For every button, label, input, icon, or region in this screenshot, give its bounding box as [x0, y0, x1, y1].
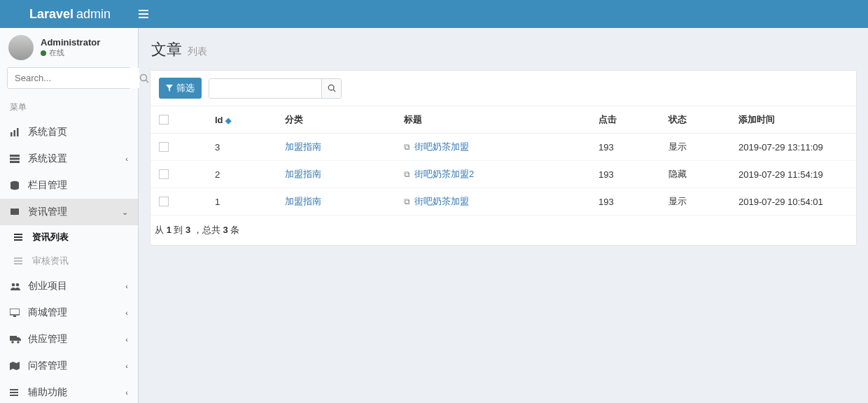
- sidebar-item-startup[interactable]: 创业项目 ‹: [0, 273, 138, 299]
- search-icon: [328, 84, 336, 92]
- cell-id: 3: [206, 134, 276, 161]
- svg-line-26: [333, 90, 335, 92]
- bars-icon: [139, 10, 167, 18]
- search-input[interactable]: [8, 68, 139, 88]
- cell-created: 2019-07-29 13:11:09: [730, 134, 856, 161]
- page-title: 文章 列表: [151, 39, 857, 60]
- sidebar-item-supply[interactable]: 供应管理 ‹: [0, 326, 138, 353]
- svg-point-21: [17, 341, 20, 344]
- menu-header: 菜单: [0, 96, 138, 119]
- sidebar: Administrator 在线 菜单 系统首页: [0, 28, 139, 403]
- logo[interactable]: Laravel admin: [0, 0, 139, 28]
- copy-icon[interactable]: ⧉: [404, 169, 410, 179]
- cell-hits: 193: [590, 161, 660, 188]
- chevron-left-icon: ‹: [125, 282, 128, 290]
- user-status: 在线: [41, 48, 100, 58]
- sidebar-item-settings[interactable]: 系统设置 ‹: [0, 146, 138, 172]
- table-search-button[interactable]: [321, 79, 341, 98]
- svg-rect-11: [14, 239, 22, 241]
- desktop-icon: [10, 309, 21, 317]
- sidebar-subitem-news-review[interactable]: 审核资讯: [0, 249, 138, 273]
- th-created: 添加时间: [730, 106, 856, 134]
- sidebar-item-columns[interactable]: 栏目管理: [0, 172, 138, 199]
- pagination-info: 从 1 到 3 ，总共 3 条: [150, 215, 856, 245]
- svg-rect-22: [10, 389, 18, 390]
- row-checkbox[interactable]: [159, 142, 169, 152]
- svg-rect-24: [10, 395, 18, 396]
- cell-status: 显示: [660, 188, 730, 215]
- svg-rect-12: [14, 257, 22, 259]
- svg-point-20: [11, 341, 14, 344]
- sort-icon: ◆: [225, 116, 231, 125]
- list-icon: [14, 234, 25, 241]
- online-dot-icon: [41, 50, 46, 56]
- database-icon: [10, 181, 21, 190]
- chart-bar-icon: [10, 128, 21, 136]
- th-category: 分类: [276, 106, 396, 134]
- table-box: 筛选 Id◆: [150, 70, 857, 246]
- sidebar-item-mall[interactable]: 商城管理 ‹: [0, 299, 138, 326]
- svg-rect-9: [14, 234, 22, 235]
- svg-rect-6: [10, 158, 20, 160]
- cell-created: 2019-07-29 11:54:19: [730, 161, 856, 188]
- row-checkbox[interactable]: [159, 169, 169, 179]
- svg-rect-18: [13, 316, 16, 317]
- cell-status: 隐藏: [660, 161, 730, 188]
- cell-title-link[interactable]: 街吧奶茶加盟: [414, 141, 469, 152]
- svg-point-25: [328, 85, 334, 90]
- th-status: 状态: [660, 106, 730, 134]
- svg-rect-10: [14, 236, 22, 238]
- sidebar-item-home[interactable]: 系统首页: [0, 119, 138, 146]
- sidebar-item-qa[interactable]: 问答管理 ‹: [0, 353, 138, 379]
- table-row: 3加盟指南⧉街吧奶茶加盟193显示2019-07-29 13:11:09: [150, 134, 856, 161]
- map-icon: [10, 362, 21, 370]
- chevron-left-icon: ‹: [125, 388, 128, 397]
- logo-light: admin: [76, 7, 111, 22]
- copy-icon[interactable]: ⧉: [404, 197, 410, 206]
- sidebar-item-aux[interactable]: 辅助功能 ‹: [0, 379, 138, 403]
- sidebar-item-news[interactable]: 资讯管理 ⌄: [0, 199, 138, 225]
- data-table: Id◆ 分类 标题 点击 状态 添加时间 3加盟指南⧉街吧奶茶加盟193显示20…: [150, 106, 856, 215]
- th-id[interactable]: Id◆: [206, 106, 276, 134]
- avatar[interactable]: [8, 35, 34, 60]
- cell-id: 1: [206, 188, 276, 215]
- svg-rect-17: [10, 309, 20, 315]
- svg-point-15: [12, 283, 15, 287]
- cell-category-link[interactable]: 加盟指南: [285, 141, 321, 152]
- svg-rect-7: [10, 161, 20, 163]
- sidebar-toggle[interactable]: [139, 10, 167, 18]
- cell-category-link[interactable]: 加盟指南: [285, 196, 321, 206]
- table-row: 2加盟指南⧉街吧奶茶加盟2193隐藏2019-07-29 11:54:19: [150, 161, 856, 188]
- svg-rect-19: [10, 336, 17, 341]
- toolbar: 筛选: [150, 71, 856, 106]
- user-panel: Administrator 在线: [0, 28, 138, 67]
- sidebar-search: [7, 67, 131, 89]
- row-checkbox[interactable]: [159, 197, 169, 206]
- cell-id: 2: [206, 161, 276, 188]
- table-row: 1加盟指南⧉街吧奶茶加盟193显示2019-07-29 10:54:01: [150, 188, 856, 215]
- truck-icon: [10, 335, 21, 344]
- th-hits: 点击: [590, 106, 660, 134]
- copy-icon[interactable]: ⧉: [404, 142, 410, 152]
- list-icon: [14, 257, 25, 264]
- table-search: [209, 78, 342, 99]
- sidebar-subitem-news-list[interactable]: 资讯列表: [0, 225, 138, 249]
- chevron-left-icon: ‹: [125, 335, 128, 344]
- svg-rect-3: [14, 130, 16, 136]
- th-title: 标题: [396, 106, 590, 134]
- cell-category-link[interactable]: 加盟指南: [285, 169, 321, 179]
- users-icon: [10, 282, 21, 290]
- chevron-left-icon: ‹: [125, 155, 128, 163]
- cell-title-link[interactable]: 街吧奶茶加盟: [414, 196, 469, 206]
- logo-bold: Laravel: [29, 7, 74, 22]
- table-header-row: Id◆ 分类 标题 点击 状态 添加时间: [150, 106, 856, 134]
- svg-rect-13: [14, 260, 22, 262]
- cell-hits: 193: [590, 134, 660, 161]
- cell-status: 显示: [660, 134, 730, 161]
- cell-title-link[interactable]: 街吧奶茶加盟2: [414, 169, 474, 179]
- book-icon: [10, 208, 21, 216]
- topbar: Laravel admin: [0, 0, 868, 28]
- table-search-input[interactable]: [209, 79, 321, 98]
- select-all-checkbox[interactable]: [159, 115, 169, 125]
- filter-button[interactable]: 筛选: [159, 78, 202, 99]
